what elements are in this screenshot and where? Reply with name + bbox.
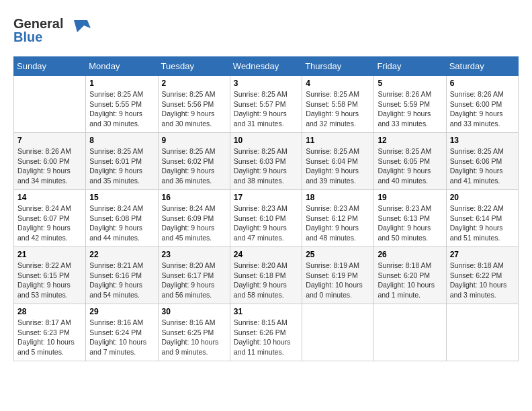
calendar-week-row: 7Sunrise: 8:26 AMSunset: 6:00 PMDaylight…	[14, 133, 519, 190]
day-number: 28	[17, 307, 82, 316]
svg-text:Blue: Blue	[13, 30, 42, 44]
day-info: Sunrise: 8:25 AMSunset: 6:01 PMDaylight:…	[89, 146, 154, 186]
calendar-day-cell: 1Sunrise: 8:25 AMSunset: 5:55 PMDaylight…	[86, 76, 158, 133]
day-number: 6	[450, 79, 515, 88]
day-info: Sunrise: 8:20 AMSunset: 6:17 PMDaylight:…	[162, 261, 226, 300]
day-info: Sunrise: 8:25 AMSunset: 6:06 PMDaylight:…	[450, 146, 515, 186]
calendar-table: SundayMondayTuesdayWednesdayThursdayFrid…	[13, 56, 519, 361]
day-info: Sunrise: 8:19 AMSunset: 6:19 PMDaylight:…	[306, 261, 370, 300]
day-number: 21	[17, 250, 82, 259]
calendar-day-header: Thursday	[302, 57, 374, 76]
calendar-day-header: Monday	[86, 57, 158, 76]
calendar-body: 1Sunrise: 8:25 AMSunset: 5:55 PMDaylight…	[14, 76, 519, 361]
calendar-day-cell: 8Sunrise: 8:25 AMSunset: 6:01 PMDaylight…	[86, 133, 158, 190]
day-number: 11	[306, 136, 370, 145]
calendar-day-cell: 29Sunrise: 8:16 AMSunset: 6:24 PMDayligh…	[86, 304, 158, 361]
day-info: Sunrise: 8:15 AMSunset: 6:26 PMDaylight:…	[234, 318, 298, 357]
day-info: Sunrise: 8:26 AMSunset: 6:00 PMDaylight:…	[450, 89, 515, 129]
svg-text:General: General	[13, 16, 63, 31]
calendar-day-cell: 12Sunrise: 8:25 AMSunset: 6:05 PMDayligh…	[374, 133, 446, 190]
calendar-day-cell: 6Sunrise: 8:26 AMSunset: 6:00 PMDaylight…	[446, 76, 518, 133]
calendar-header-row: SundayMondayTuesdayWednesdayThursdayFrid…	[14, 57, 519, 76]
day-number: 5	[378, 79, 442, 88]
day-number: 19	[378, 193, 442, 202]
day-number: 10	[234, 136, 298, 145]
day-info: Sunrise: 8:24 AMSunset: 6:08 PMDaylight:…	[89, 203, 154, 243]
calendar-day-cell: 26Sunrise: 8:18 AMSunset: 6:20 PMDayligh…	[374, 247, 446, 304]
day-number: 4	[306, 79, 370, 88]
calendar-day-header: Wednesday	[230, 57, 302, 76]
day-info: Sunrise: 8:25 AMSunset: 6:02 PMDaylight:…	[162, 146, 226, 186]
day-number: 29	[89, 307, 154, 316]
calendar-day-cell: 20Sunrise: 8:22 AMSunset: 6:14 PMDayligh…	[446, 190, 518, 247]
day-info: Sunrise: 8:25 AMSunset: 5:58 PMDaylight:…	[306, 89, 370, 129]
calendar-day-cell: 30Sunrise: 8:16 AMSunset: 6:25 PMDayligh…	[158, 304, 230, 361]
calendar-day-cell: 28Sunrise: 8:17 AMSunset: 6:23 PMDayligh…	[14, 304, 86, 361]
day-info: Sunrise: 8:25 AMSunset: 5:57 PMDaylight:…	[234, 89, 298, 129]
calendar-day-cell	[302, 304, 374, 361]
day-number: 8	[89, 136, 154, 145]
calendar-day-cell: 3Sunrise: 8:25 AMSunset: 5:57 PMDaylight…	[230, 76, 302, 133]
day-info: Sunrise: 8:16 AMSunset: 6:25 PMDaylight:…	[162, 318, 226, 357]
calendar-day-header: Saturday	[446, 57, 518, 76]
day-info: Sunrise: 8:16 AMSunset: 6:24 PMDaylight:…	[89, 318, 154, 357]
day-info: Sunrise: 8:24 AMSunset: 6:07 PMDaylight:…	[17, 203, 82, 243]
calendar-week-row: 1Sunrise: 8:25 AMSunset: 5:55 PMDaylight…	[14, 76, 519, 133]
calendar-day-cell	[374, 304, 446, 361]
calendar-day-cell: 14Sunrise: 8:24 AMSunset: 6:07 PMDayligh…	[14, 190, 86, 247]
page-header: General Blue	[13, 13, 519, 50]
day-info: Sunrise: 8:22 AMSunset: 6:15 PMDaylight:…	[17, 261, 82, 300]
calendar-day-cell	[446, 304, 518, 361]
day-info: Sunrise: 8:23 AMSunset: 6:10 PMDaylight:…	[234, 203, 298, 243]
logo-text: General Blue	[13, 13, 101, 50]
day-number: 2	[162, 79, 226, 88]
calendar-day-cell: 21Sunrise: 8:22 AMSunset: 6:15 PMDayligh…	[14, 247, 86, 304]
day-number: 12	[378, 136, 442, 145]
day-info: Sunrise: 8:25 AMSunset: 6:03 PMDaylight:…	[234, 146, 298, 186]
day-number: 18	[306, 193, 370, 202]
day-number: 23	[162, 250, 226, 259]
day-number: 22	[89, 250, 154, 259]
calendar-day-cell: 15Sunrise: 8:24 AMSunset: 6:08 PMDayligh…	[86, 190, 158, 247]
calendar-day-cell	[14, 76, 86, 133]
calendar-day-cell: 16Sunrise: 8:24 AMSunset: 6:09 PMDayligh…	[158, 190, 230, 247]
calendar-day-cell: 10Sunrise: 8:25 AMSunset: 6:03 PMDayligh…	[230, 133, 302, 190]
day-number: 30	[162, 307, 226, 316]
calendar-day-cell: 19Sunrise: 8:23 AMSunset: 6:13 PMDayligh…	[374, 190, 446, 247]
day-info: Sunrise: 8:17 AMSunset: 6:23 PMDaylight:…	[17, 318, 82, 357]
calendar-day-cell: 17Sunrise: 8:23 AMSunset: 6:10 PMDayligh…	[230, 190, 302, 247]
day-number: 20	[450, 193, 515, 202]
day-info: Sunrise: 8:23 AMSunset: 6:12 PMDaylight:…	[306, 203, 370, 243]
calendar-day-header: Friday	[374, 57, 446, 76]
day-number: 15	[89, 193, 154, 202]
calendar-day-cell: 11Sunrise: 8:25 AMSunset: 6:04 PMDayligh…	[302, 133, 374, 190]
day-number: 7	[17, 136, 82, 145]
calendar-day-header: Sunday	[14, 57, 86, 76]
calendar-day-cell: 5Sunrise: 8:26 AMSunset: 5:59 PMDaylight…	[374, 76, 446, 133]
day-info: Sunrise: 8:25 AMSunset: 5:56 PMDaylight:…	[162, 89, 226, 129]
day-info: Sunrise: 8:21 AMSunset: 6:16 PMDaylight:…	[89, 261, 154, 300]
calendar-day-cell: 9Sunrise: 8:25 AMSunset: 6:02 PMDaylight…	[158, 133, 230, 190]
calendar-day-cell: 24Sunrise: 8:20 AMSunset: 6:18 PMDayligh…	[230, 247, 302, 304]
day-number: 31	[234, 307, 298, 316]
calendar-day-cell: 4Sunrise: 8:25 AMSunset: 5:58 PMDaylight…	[302, 76, 374, 133]
day-info: Sunrise: 8:26 AMSunset: 6:00 PMDaylight:…	[17, 146, 82, 186]
day-number: 3	[234, 79, 298, 88]
day-number: 26	[378, 250, 442, 259]
day-number: 16	[162, 193, 226, 202]
day-number: 14	[17, 193, 82, 202]
calendar-day-cell: 31Sunrise: 8:15 AMSunset: 6:26 PMDayligh…	[230, 304, 302, 361]
calendar-day-cell: 22Sunrise: 8:21 AMSunset: 6:16 PMDayligh…	[86, 247, 158, 304]
day-info: Sunrise: 8:22 AMSunset: 6:14 PMDaylight:…	[450, 203, 515, 243]
day-number: 27	[450, 250, 515, 259]
calendar-day-cell: 27Sunrise: 8:18 AMSunset: 6:22 PMDayligh…	[446, 247, 518, 304]
day-number: 24	[234, 250, 298, 259]
calendar-day-cell: 25Sunrise: 8:19 AMSunset: 6:19 PMDayligh…	[302, 247, 374, 304]
calendar-day-cell: 2Sunrise: 8:25 AMSunset: 5:56 PMDaylight…	[158, 76, 230, 133]
day-info: Sunrise: 8:18 AMSunset: 6:22 PMDaylight:…	[450, 261, 515, 300]
day-info: Sunrise: 8:25 AMSunset: 6:05 PMDaylight:…	[378, 146, 442, 186]
day-info: Sunrise: 8:20 AMSunset: 6:18 PMDaylight:…	[234, 261, 298, 300]
day-info: Sunrise: 8:25 AMSunset: 6:04 PMDaylight:…	[306, 146, 370, 186]
day-number: 17	[234, 193, 298, 202]
day-info: Sunrise: 8:23 AMSunset: 6:13 PMDaylight:…	[378, 203, 442, 243]
